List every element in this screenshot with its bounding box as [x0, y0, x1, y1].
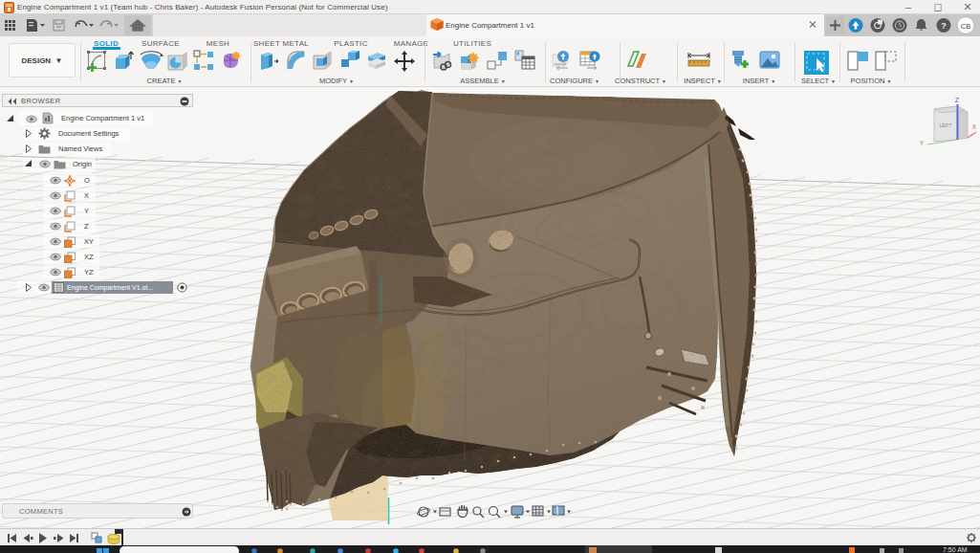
svg-text:LEFT: LEFT [940, 122, 953, 128]
svg-text:CB: CB [961, 22, 970, 31]
svg-text:Y: Y [920, 140, 925, 146]
svg-text:Z: Z [955, 97, 960, 103]
svg-text:X: X [972, 123, 977, 130]
svg-text:?: ? [941, 21, 947, 31]
